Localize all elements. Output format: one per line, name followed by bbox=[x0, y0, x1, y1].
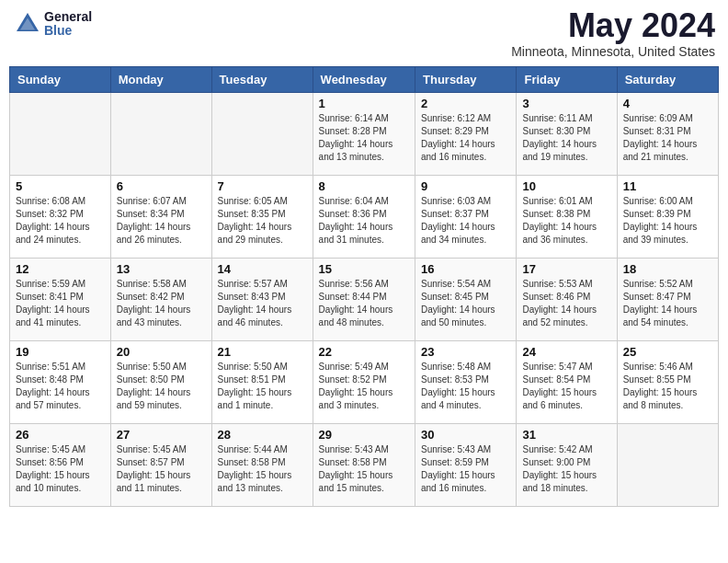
calendar-cell: 15Sunrise: 5:56 AM Sunset: 8:44 PM Dayli… bbox=[313, 259, 415, 341]
calendar-cell: 1Sunrise: 6:14 AM Sunset: 8:28 PM Daylig… bbox=[313, 93, 415, 176]
day-number: 16 bbox=[421, 262, 510, 276]
day-info: Sunrise: 6:11 AM Sunset: 8:30 PM Dayligh… bbox=[522, 112, 610, 164]
day-number: 3 bbox=[522, 97, 610, 110]
calendar-cell: 24Sunrise: 5:47 AM Sunset: 8:54 PM Dayli… bbox=[517, 341, 617, 424]
day-info: Sunrise: 5:43 AM Sunset: 8:59 PM Dayligh… bbox=[421, 443, 510, 495]
week-row-4: 19Sunrise: 5:51 AM Sunset: 8:48 PM Dayli… bbox=[10, 341, 719, 424]
day-info: Sunrise: 5:58 AM Sunset: 8:42 PM Dayligh… bbox=[117, 278, 206, 329]
day-info: Sunrise: 5:46 AM Sunset: 8:55 PM Dayligh… bbox=[623, 361, 712, 412]
day-info: Sunrise: 6:04 AM Sunset: 8:36 PM Dayligh… bbox=[319, 195, 409, 247]
calendar-cell: 28Sunrise: 5:44 AM Sunset: 8:58 PM Dayli… bbox=[211, 424, 313, 507]
page-header: General Blue May 2024 Minneota, Minnesot… bbox=[9, 9, 719, 59]
calendar-cell bbox=[110, 93, 211, 176]
day-info: Sunrise: 5:49 AM Sunset: 8:52 PM Dayligh… bbox=[319, 361, 409, 412]
calendar-cell: 23Sunrise: 5:48 AM Sunset: 8:53 PM Dayli… bbox=[415, 341, 517, 424]
weekday-header-row: SundayMondayTuesdayWednesdayThursdayFrid… bbox=[10, 67, 719, 93]
day-info: Sunrise: 6:09 AM Sunset: 8:31 PM Dayligh… bbox=[623, 112, 712, 164]
day-info: Sunrise: 5:54 AM Sunset: 8:45 PM Dayligh… bbox=[421, 278, 510, 329]
week-row-1: 1Sunrise: 6:14 AM Sunset: 8:28 PM Daylig… bbox=[10, 93, 719, 176]
weekday-header-tuesday: Tuesday bbox=[211, 67, 313, 93]
day-info: Sunrise: 6:01 AM Sunset: 8:38 PM Dayligh… bbox=[522, 195, 610, 247]
day-info: Sunrise: 5:44 AM Sunset: 8:58 PM Dayligh… bbox=[218, 443, 307, 495]
day-number: 27 bbox=[117, 428, 206, 442]
day-number: 19 bbox=[16, 345, 105, 359]
day-number: 26 bbox=[16, 428, 105, 442]
calendar-cell: 20Sunrise: 5:50 AM Sunset: 8:50 PM Dayli… bbox=[110, 341, 211, 424]
calendar-cell: 8Sunrise: 6:04 AM Sunset: 8:36 PM Daylig… bbox=[313, 176, 415, 259]
weekday-header-friday: Friday bbox=[517, 67, 617, 93]
location: Minneota, Minnesota, United States bbox=[511, 44, 715, 59]
day-number: 24 bbox=[522, 345, 610, 359]
day-number: 25 bbox=[623, 345, 712, 359]
day-info: Sunrise: 5:47 AM Sunset: 8:54 PM Dayligh… bbox=[522, 361, 610, 412]
day-info: Sunrise: 5:59 AM Sunset: 8:41 PM Dayligh… bbox=[16, 278, 105, 329]
calendar-cell: 16Sunrise: 5:54 AM Sunset: 8:45 PM Dayli… bbox=[415, 259, 517, 341]
calendar-cell: 11Sunrise: 6:00 AM Sunset: 8:39 PM Dayli… bbox=[617, 176, 718, 259]
weekday-header-saturday: Saturday bbox=[617, 67, 718, 93]
day-info: Sunrise: 5:52 AM Sunset: 8:47 PM Dayligh… bbox=[623, 278, 712, 329]
day-info: Sunrise: 5:43 AM Sunset: 8:58 PM Dayligh… bbox=[319, 443, 409, 495]
weekday-header-thursday: Thursday bbox=[415, 67, 517, 93]
day-number: 15 bbox=[319, 262, 409, 276]
calendar-cell bbox=[10, 93, 111, 176]
day-info: Sunrise: 5:50 AM Sunset: 8:51 PM Dayligh… bbox=[218, 361, 307, 412]
day-number: 9 bbox=[421, 179, 510, 193]
day-number: 14 bbox=[218, 262, 307, 276]
weekday-header-wednesday: Wednesday bbox=[313, 67, 415, 93]
calendar-cell: 13Sunrise: 5:58 AM Sunset: 8:42 PM Dayli… bbox=[110, 259, 211, 341]
day-number: 23 bbox=[421, 345, 510, 359]
weekday-header-sunday: Sunday bbox=[10, 67, 111, 93]
weekday-header-monday: Monday bbox=[110, 67, 211, 93]
calendar-cell: 12Sunrise: 5:59 AM Sunset: 8:41 PM Dayli… bbox=[10, 259, 111, 341]
day-number: 10 bbox=[522, 179, 610, 193]
title-area: May 2024 Minneota, Minnesota, United Sta… bbox=[511, 9, 715, 59]
calendar-cell: 2Sunrise: 6:12 AM Sunset: 8:29 PM Daylig… bbox=[415, 93, 517, 176]
day-info: Sunrise: 5:53 AM Sunset: 8:46 PM Dayligh… bbox=[522, 278, 610, 329]
calendar-cell: 10Sunrise: 6:01 AM Sunset: 8:38 PM Dayli… bbox=[517, 176, 617, 259]
calendar-cell: 19Sunrise: 5:51 AM Sunset: 8:48 PM Dayli… bbox=[10, 341, 111, 424]
calendar-cell: 22Sunrise: 5:49 AM Sunset: 8:52 PM Dayli… bbox=[313, 341, 415, 424]
day-number: 31 bbox=[522, 428, 610, 442]
logo-line2: Blue bbox=[44, 24, 92, 38]
day-info: Sunrise: 5:42 AM Sunset: 9:00 PM Dayligh… bbox=[522, 443, 610, 495]
day-number: 12 bbox=[16, 262, 105, 276]
month-title: May 2024 bbox=[511, 9, 715, 42]
logo-text: General Blue bbox=[44, 10, 92, 39]
day-info: Sunrise: 6:14 AM Sunset: 8:28 PM Dayligh… bbox=[319, 112, 409, 164]
day-number: 18 bbox=[623, 262, 712, 276]
day-number: 20 bbox=[117, 345, 206, 359]
day-number: 7 bbox=[218, 179, 307, 193]
calendar-cell: 31Sunrise: 5:42 AM Sunset: 9:00 PM Dayli… bbox=[517, 424, 617, 507]
day-info: Sunrise: 5:48 AM Sunset: 8:53 PM Dayligh… bbox=[421, 361, 510, 412]
day-number: 30 bbox=[421, 428, 510, 442]
calendar-cell: 18Sunrise: 5:52 AM Sunset: 8:47 PM Dayli… bbox=[617, 259, 718, 341]
day-number: 4 bbox=[623, 97, 712, 110]
day-number: 1 bbox=[319, 97, 409, 110]
week-row-5: 26Sunrise: 5:45 AM Sunset: 8:56 PM Dayli… bbox=[10, 424, 719, 507]
week-row-3: 12Sunrise: 5:59 AM Sunset: 8:41 PM Dayli… bbox=[10, 259, 719, 341]
calendar-cell: 25Sunrise: 5:46 AM Sunset: 8:55 PM Dayli… bbox=[617, 341, 718, 424]
day-number: 8 bbox=[319, 179, 409, 193]
day-number: 6 bbox=[117, 179, 206, 193]
day-number: 21 bbox=[218, 345, 307, 359]
week-row-2: 5Sunrise: 6:08 AM Sunset: 8:32 PM Daylig… bbox=[10, 176, 719, 259]
day-number: 2 bbox=[421, 97, 510, 110]
day-number: 22 bbox=[319, 345, 409, 359]
calendar-cell bbox=[617, 424, 718, 507]
day-info: Sunrise: 6:00 AM Sunset: 8:39 PM Dayligh… bbox=[623, 195, 712, 247]
day-info: Sunrise: 5:57 AM Sunset: 8:43 PM Dayligh… bbox=[218, 278, 307, 329]
calendar-cell: 3Sunrise: 6:11 AM Sunset: 8:30 PM Daylig… bbox=[517, 93, 617, 176]
day-info: Sunrise: 6:12 AM Sunset: 8:29 PM Dayligh… bbox=[421, 112, 510, 164]
calendar-cell: 14Sunrise: 5:57 AM Sunset: 8:43 PM Dayli… bbox=[211, 259, 313, 341]
calendar: SundayMondayTuesdayWednesdayThursdayFrid… bbox=[9, 66, 719, 507]
logo: General Blue bbox=[13, 9, 92, 39]
calendar-cell: 9Sunrise: 6:03 AM Sunset: 8:37 PM Daylig… bbox=[415, 176, 517, 259]
logo-line1: General bbox=[44, 10, 92, 24]
calendar-cell: 26Sunrise: 5:45 AM Sunset: 8:56 PM Dayli… bbox=[10, 424, 111, 507]
day-info: Sunrise: 6:08 AM Sunset: 8:32 PM Dayligh… bbox=[16, 195, 105, 247]
day-number: 13 bbox=[117, 262, 206, 276]
day-info: Sunrise: 5:50 AM Sunset: 8:50 PM Dayligh… bbox=[117, 361, 206, 412]
day-number: 28 bbox=[218, 428, 307, 442]
day-number: 29 bbox=[319, 428, 409, 442]
calendar-cell bbox=[211, 93, 313, 176]
